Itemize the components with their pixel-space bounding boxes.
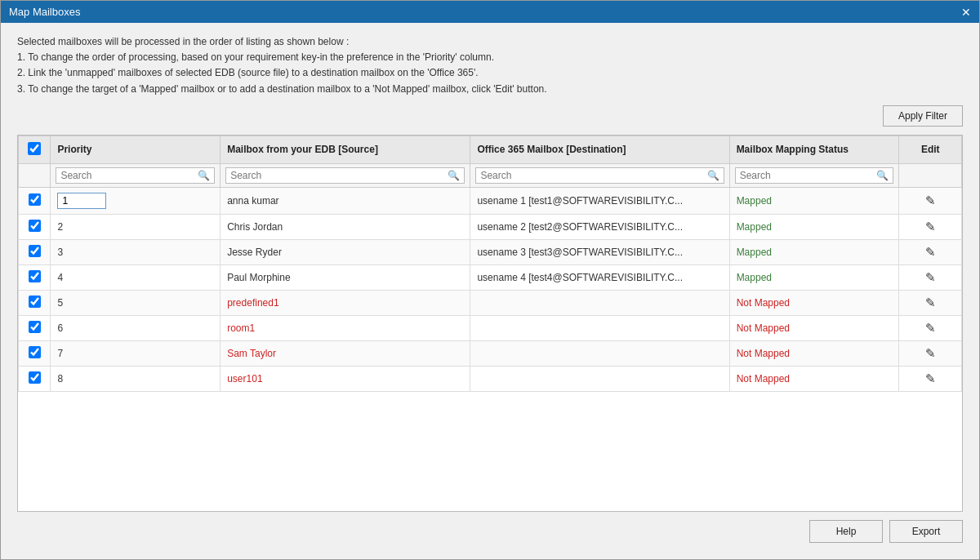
status-badge: Mapped: [737, 272, 772, 283]
row-edit-cell: ✎: [899, 290, 962, 315]
table-row: 6room1Not Mapped✎: [19, 315, 962, 340]
search-priority-input[interactable]: [60, 170, 198, 181]
edit-icon[interactable]: ✎: [925, 346, 936, 360]
search-status-icon: 🔍: [876, 170, 889, 181]
search-status-input[interactable]: [740, 170, 877, 181]
edit-icon[interactable]: ✎: [925, 220, 936, 233]
row-status-cell: Mapped: [729, 264, 899, 290]
instructions-block: Selected mailboxes will be processed in …: [17, 34, 963, 97]
table-header-row: Priority Mailbox from your EDB [Source] …: [19, 136, 962, 163]
search-source-input[interactable]: [230, 170, 448, 181]
row-dest-cell: [470, 340, 729, 366]
status-badge: Not Mapped: [737, 297, 790, 309]
header-edit: Edit: [899, 136, 962, 163]
instruction-line3: 3. To change the target of a 'Mapped' ma…: [17, 82, 963, 97]
row-source-cell: predefined1: [220, 290, 470, 315]
dialog-title: Map Mailboxes: [9, 6, 80, 18]
row-edit-cell: ✎: [899, 187, 962, 214]
search-status-cell: 🔍: [729, 163, 899, 187]
row-checkbox[interactable]: [29, 245, 41, 257]
row-checkbox[interactable]: [29, 220, 41, 232]
row-edit-cell: ✎: [899, 366, 962, 391]
header-status: Mailbox Mapping Status: [729, 136, 899, 163]
row-status-cell: Mapped: [729, 239, 899, 264]
help-button[interactable]: Help: [809, 520, 883, 543]
row-edit-cell: ✎: [899, 214, 962, 239]
mailbox-table: Priority Mailbox from your EDB [Source] …: [18, 136, 962, 392]
row-priority-cell: 8: [51, 366, 220, 391]
row-status-cell: Not Mapped: [729, 315, 899, 340]
row-priority-cell: 2: [51, 214, 220, 239]
row-status-cell: Mapped: [729, 187, 899, 214]
row-status-cell: Not Mapped: [729, 366, 899, 391]
row-edit-cell: ✎: [899, 315, 962, 340]
header-priority: Priority: [51, 136, 220, 163]
search-source-icon: 🔍: [448, 170, 460, 181]
row-edit-cell: ✎: [899, 264, 962, 290]
search-dest-input[interactable]: [480, 170, 706, 181]
edit-icon[interactable]: ✎: [925, 321, 936, 335]
header-checkbox-cell: [19, 136, 51, 163]
table-row: 7Sam TaylorNot Mapped✎: [19, 340, 962, 366]
row-source-cell: Chris Jordan: [220, 214, 470, 239]
apply-filter-button[interactable]: Apply Filter: [883, 105, 963, 127]
row-source-cell: room1: [220, 315, 470, 340]
row-priority-cell: 6: [51, 315, 220, 340]
row-checkbox[interactable]: [29, 371, 41, 384]
search-source-wrapper: 🔍: [225, 167, 465, 184]
row-dest-cell: usename 1 [test1@SOFTWAREVISIBILITY.C...: [470, 187, 729, 214]
search-status-wrapper: 🔍: [735, 167, 894, 184]
map-mailboxes-dialog: Map Mailboxes ✕ Selected mailboxes will …: [0, 0, 980, 560]
row-dest-cell: usename 2 [test2@SOFTWAREVISIBILITY.C...: [470, 214, 729, 239]
search-edit-empty: [899, 163, 962, 187]
row-dest-cell: usename 4 [test4@SOFTWAREVISIBILITY.C...: [470, 264, 729, 290]
edit-icon[interactable]: ✎: [925, 270, 936, 284]
row-checkbox[interactable]: [29, 346, 41, 358]
row-checkbox[interactable]: [29, 270, 41, 282]
row-source-cell: user101: [220, 366, 470, 391]
status-badge: Mapped: [737, 195, 772, 207]
edit-icon[interactable]: ✎: [925, 245, 936, 259]
search-dest-icon: 🔍: [707, 170, 719, 181]
search-empty-check: [19, 163, 51, 187]
row-status-cell: Not Mapped: [729, 290, 899, 315]
row-status-cell: Not Mapped: [729, 340, 899, 366]
instruction-line2: 2. Link the 'unmapped' mailboxes of sele…: [17, 65, 963, 81]
status-badge: Mapped: [737, 221, 772, 233]
row-dest-cell: [470, 315, 729, 340]
close-button[interactable]: ✕: [961, 7, 971, 18]
table-row: 2Chris Jordanusename 2 [test2@SOFTWAREVI…: [19, 214, 962, 239]
export-button[interactable]: Export: [889, 520, 963, 543]
search-row: 🔍 🔍 🔍: [19, 163, 962, 187]
row-dest-cell: usename 3 [test3@SOFTWAREVISIBILITY.C...: [470, 239, 729, 264]
header-destination: Office 365 Mailbox [Destination]: [470, 136, 729, 163]
row-check-cell: [19, 315, 51, 340]
edit-icon[interactable]: ✎: [925, 193, 936, 207]
row-checkbox[interactable]: [29, 193, 41, 206]
row-checkbox[interactable]: [29, 296, 41, 308]
row-priority-cell: 5: [51, 290, 220, 315]
row-check-cell: [19, 290, 51, 315]
table-row: 3Jesse Ryderusename 3 [test3@SOFTWAREVIS…: [19, 239, 962, 264]
row-checkbox[interactable]: [29, 321, 41, 333]
edit-icon[interactable]: ✎: [925, 371, 936, 385]
row-priority-cell: [51, 187, 220, 214]
row-check-cell: [19, 239, 51, 264]
table-row: anna kumarusename 1 [test1@SOFTWAREVISIB…: [19, 187, 962, 214]
header-source: Mailbox from your EDB [Source]: [220, 136, 470, 163]
title-bar: Map Mailboxes ✕: [1, 1, 979, 23]
search-priority-cell: 🔍: [51, 163, 220, 187]
row-check-cell: [19, 214, 51, 239]
priority-input[interactable]: [57, 193, 106, 209]
row-dest-cell: [470, 366, 729, 391]
mailbox-table-container: Priority Mailbox from your EDB [Source] …: [17, 135, 963, 512]
status-badge: Not Mapped: [737, 348, 790, 359]
row-dest-cell: [470, 290, 729, 315]
table-body: anna kumarusename 1 [test1@SOFTWAREVISIB…: [19, 187, 962, 391]
edit-icon[interactable]: ✎: [925, 296, 936, 309]
status-badge: Mapped: [737, 247, 772, 258]
dialog-body: Selected mailboxes will be processed in …: [1, 23, 979, 559]
bottom-row: Help Export: [17, 520, 963, 551]
table-row: 4Paul Morphineusename 4 [test4@SOFTWAREV…: [19, 264, 962, 290]
header-checkbox[interactable]: [28, 142, 41, 155]
